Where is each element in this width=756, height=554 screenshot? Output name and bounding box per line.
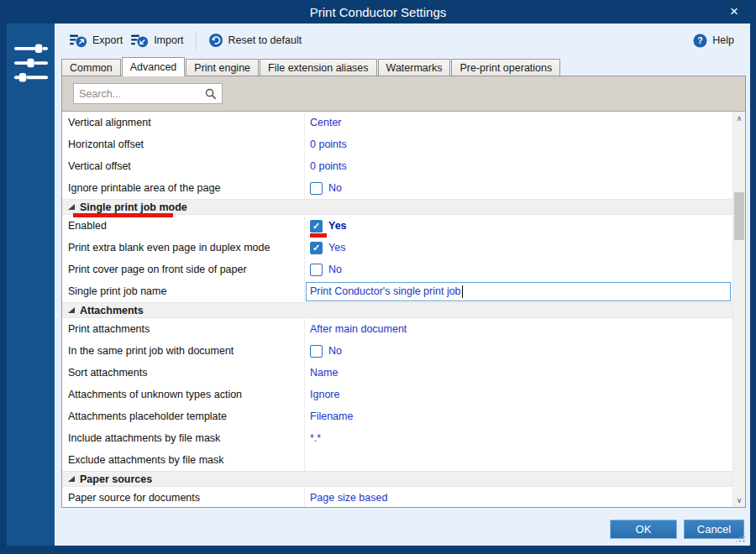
tab-print-engine[interactable]: Print engine — [186, 59, 259, 76]
section-header-row[interactable]: Attachments — [62, 302, 732, 318]
scroll-up-icon[interactable]: ∧ — [733, 112, 745, 125]
setting-value[interactable]: Print Conductor's single print job — [305, 280, 732, 302]
vertical-scrollbar[interactable]: ∧ ∨ — [732, 112, 745, 507]
setting-value[interactable]: Page size based — [305, 487, 732, 507]
search-input[interactable] — [79, 88, 205, 100]
help-button[interactable]: ? Help — [689, 30, 738, 51]
tab-common[interactable]: Common — [61, 59, 121, 76]
checkbox[interactable] — [310, 345, 323, 358]
setting-value[interactable]: ✓ Yes — [305, 237, 732, 259]
setting-value[interactable]: 0 points — [305, 155, 732, 177]
setting-label: Sort attachments — [62, 362, 305, 384]
checkbox[interactable]: ✓ — [310, 242, 323, 254]
table-row[interactable]: Enabled ✓ Yes — [62, 215, 732, 237]
table-row[interactable]: Vertical offset 0 points — [62, 155, 732, 177]
setting-value[interactable]: After main document — [305, 318, 732, 340]
table-row[interactable]: Paper source for documents Page size bas… — [62, 487, 732, 507]
checkbox[interactable]: ✓ — [310, 220, 323, 233]
setting-value-text: Filename — [310, 410, 353, 422]
setting-value[interactable]: 0 points — [305, 133, 732, 155]
section-header-row[interactable]: Single print job mode — [62, 199, 732, 215]
cancel-button[interactable]: Cancel — [684, 520, 744, 539]
table-row[interactable]: Attachments placeholder template Filenam… — [62, 405, 732, 427]
setting-value[interactable]: Center — [305, 112, 732, 133]
setting-value-text: No — [328, 345, 342, 357]
sliders-icon — [13, 42, 49, 86]
setting-label: In the same print job with document — [62, 340, 305, 362]
setting-label: Include attachments by file mask — [62, 427, 305, 449]
collapse-triangle-icon[interactable] — [68, 307, 75, 313]
setting-label: Paper source for documents — [62, 487, 305, 507]
setting-label: Vertical alignment — [62, 112, 305, 133]
collapse-triangle-icon[interactable] — [68, 476, 75, 482]
setting-value-text: Yes — [328, 242, 345, 253]
section-label: Paper sources — [80, 473, 152, 485]
setting-value-text: After main document — [310, 323, 407, 335]
setting-label: Single print job name — [62, 280, 305, 302]
search-box[interactable] — [73, 83, 223, 104]
toolbar: Export Import — [55, 24, 750, 57]
setting-label: Attachments placeholder template — [62, 405, 305, 427]
table-row[interactable]: In the same print job with document No — [62, 340, 732, 362]
setting-value[interactable]: Ignore — [305, 384, 732, 405]
table-row[interactable]: Single print job name Print Conductor's … — [62, 280, 732, 302]
ok-button[interactable]: OK — [610, 520, 677, 539]
checkbox[interactable] — [310, 182, 323, 195]
table-row[interactable]: Include attachments by file mask *.* — [62, 427, 732, 449]
setting-label: Vertical offset — [62, 155, 305, 177]
setting-value[interactable]: ✓ Yes — [305, 215, 732, 237]
export-button[interactable]: Export — [66, 30, 127, 51]
collapse-triangle-icon[interactable] — [68, 204, 75, 210]
table-row[interactable]: Print extra blank even page in duplex mo… — [62, 237, 732, 259]
setting-value[interactable]: Name — [305, 362, 732, 384]
footer-bar: OK Cancel — [55, 508, 750, 546]
tab-pre-print-operations[interactable]: Pre-print operations — [451, 59, 560, 76]
setting-value[interactable]: Filename — [305, 405, 732, 427]
table-row[interactable]: Print cover page on front side of paper … — [62, 259, 732, 280]
export-icon — [70, 34, 87, 48]
setting-text-input[interactable]: Print Conductor's single print job — [306, 282, 731, 301]
red-underline-annotation — [310, 233, 327, 238]
help-label: Help — [712, 34, 734, 46]
setting-value[interactable]: *.* — [305, 427, 732, 449]
tab-watermarks[interactable]: Watermarks — [378, 59, 451, 76]
window-title: Print Conductor Settings — [310, 5, 447, 19]
setting-value[interactable]: No — [305, 340, 732, 362]
checkmark-icon: ✓ — [312, 243, 320, 253]
scroll-down-icon[interactable]: ∨ — [733, 494, 745, 507]
setting-value-text: Ignore — [310, 389, 339, 400]
setting-label: Ignore printable area of the page — [62, 177, 305, 199]
reset-to-default-button[interactable]: Reset to default — [204, 29, 307, 51]
import-button[interactable]: Import — [127, 30, 187, 51]
checkbox[interactable] — [310, 264, 323, 276]
table-row[interactable]: Sort attachments Name — [62, 362, 732, 384]
setting-value-text: Center — [310, 117, 342, 128]
setting-label: Horizontal offset — [62, 133, 305, 155]
setting-value-text: 0 points — [310, 160, 347, 172]
setting-value[interactable] — [305, 449, 732, 471]
reset-label: Reset to default — [228, 34, 302, 46]
table-row[interactable]: Vertical alignment Center — [62, 112, 732, 133]
export-label: Export — [92, 34, 123, 46]
table-row[interactable]: Horizontal offset 0 points — [62, 133, 732, 155]
setting-value[interactable]: No — [305, 177, 732, 199]
table-row[interactable]: Attachments of unknown types action Igno… — [62, 384, 732, 405]
setting-label: Print extra blank even page in duplex mo… — [62, 237, 305, 259]
tab-file-extension-aliases[interactable]: File extension aliases — [260, 59, 377, 76]
table-row[interactable]: Ignore printable area of the page No — [62, 177, 732, 199]
tab-advanced[interactable]: Advanced — [122, 57, 186, 76]
checkmark-icon: ✓ — [312, 222, 320, 231]
table-row[interactable]: Print attachments After main document — [62, 318, 732, 340]
section-header-row[interactable]: Paper sources — [62, 471, 732, 487]
setting-value-text: No — [328, 182, 342, 194]
tab-strip: CommonAdvancedPrint engineFile extension… — [55, 57, 750, 76]
close-button[interactable]: × — [721, 0, 748, 24]
input-text: Print Conductor's single print job — [310, 285, 461, 297]
scrollbar-thumb[interactable] — [734, 192, 744, 240]
table-row[interactable]: Exclude attachments by file mask — [62, 449, 732, 471]
title-bar: Print Conductor Settings × — [0, 0, 756, 24]
import-label: Import — [154, 34, 183, 46]
setting-label: Print cover page on front side of paper — [62, 259, 305, 280]
setting-value[interactable]: No — [305, 259, 732, 280]
setting-value-text: Name — [310, 367, 338, 379]
